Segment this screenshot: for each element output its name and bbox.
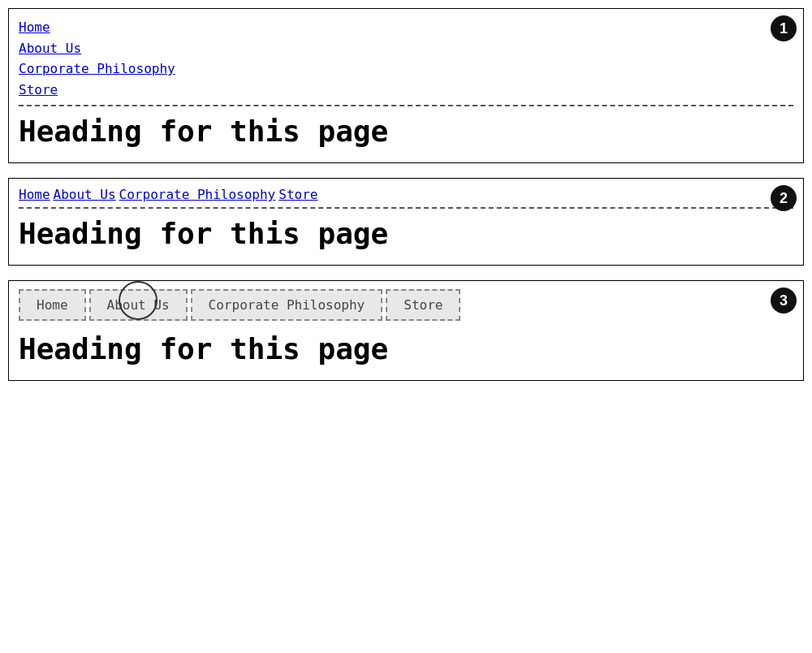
divider-1 [19,105,793,106]
badge-1: 1 [771,15,797,41]
nav-link-about-2[interactable]: About Us [54,187,116,202]
nav-vertical-1: Home About Us Corporate Philosophy Store [19,17,793,100]
nav-link-store-2[interactable]: Store [279,187,317,202]
nav-link-corporate-2[interactable]: Corporate Philosophy [119,187,276,202]
page-heading-3: Heading for this page [19,332,793,365]
nav-link-home-1[interactable]: Home [19,17,793,38]
nav-link-home-2[interactable]: Home [19,187,50,202]
section-2: 2 Home About Us Corporate Philosophy Sto… [8,178,804,266]
nav-link-about-1[interactable]: About Us [19,38,793,59]
nav-link-store-1[interactable]: Store [19,80,793,101]
nav-link-corporate-1[interactable]: Corporate Philosophy [19,58,793,80]
section-3: 3 Home About Us Corporate Philosophy Sto… [8,280,804,381]
tab-home[interactable]: Home [19,289,86,321]
section-1: 1 Home About Us Corporate Philosophy Sto… [8,8,804,163]
tab-corporate-philosophy[interactable]: Corporate Philosophy [191,289,383,321]
nav-tabs-3: Home About Us Corporate Philosophy Store [19,289,793,321]
nav-horizontal-2: Home About Us Corporate Philosophy Store [19,187,793,202]
page-heading-1: Heading for this page [19,115,793,148]
tab-about-us[interactable]: About Us [89,289,188,321]
page-heading-2: Heading for this page [19,217,793,250]
tab-store[interactable]: Store [386,289,460,321]
circle-indicator [119,281,158,320]
divider-2 [19,207,793,209]
